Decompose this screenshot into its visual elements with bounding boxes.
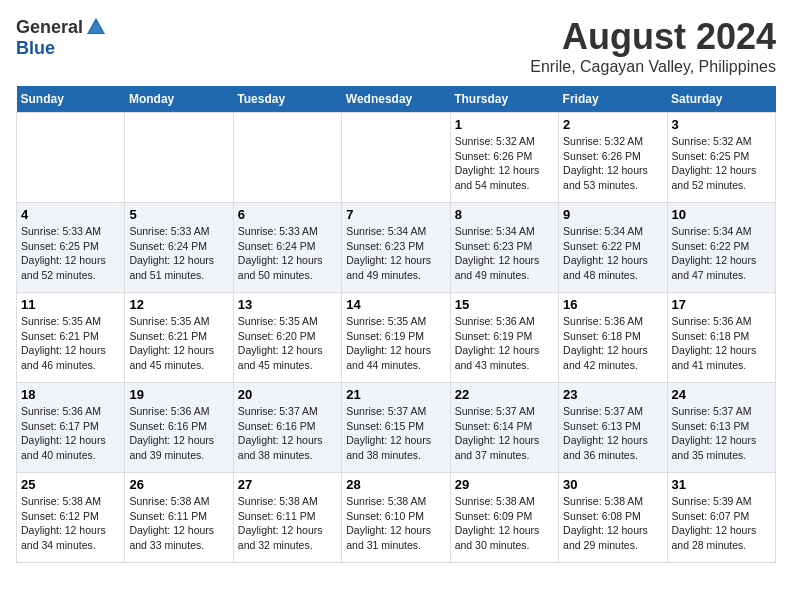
week-row-2: 4Sunrise: 5:33 AM Sunset: 6:25 PM Daylig… <box>17 203 776 293</box>
week-row-3: 11Sunrise: 5:35 AM Sunset: 6:21 PM Dayli… <box>17 293 776 383</box>
calendar-cell: 17Sunrise: 5:36 AM Sunset: 6:18 PM Dayli… <box>667 293 775 383</box>
day-number: 13 <box>238 297 337 312</box>
calendar-cell: 21Sunrise: 5:37 AM Sunset: 6:15 PM Dayli… <box>342 383 450 473</box>
calendar-cell <box>233 113 341 203</box>
calendar-cell: 27Sunrise: 5:38 AM Sunset: 6:11 PM Dayli… <box>233 473 341 563</box>
logo-general-text: General <box>16 17 83 38</box>
day-info: Sunrise: 5:35 AM Sunset: 6:21 PM Dayligh… <box>129 314 228 373</box>
day-info: Sunrise: 5:38 AM Sunset: 6:09 PM Dayligh… <box>455 494 554 553</box>
day-info: Sunrise: 5:36 AM Sunset: 6:17 PM Dayligh… <box>21 404 120 463</box>
day-info: Sunrise: 5:33 AM Sunset: 6:24 PM Dayligh… <box>238 224 337 283</box>
day-info: Sunrise: 5:32 AM Sunset: 6:26 PM Dayligh… <box>455 134 554 193</box>
day-number: 14 <box>346 297 445 312</box>
calendar-cell: 30Sunrise: 5:38 AM Sunset: 6:08 PM Dayli… <box>559 473 667 563</box>
calendar-cell: 14Sunrise: 5:35 AM Sunset: 6:19 PM Dayli… <box>342 293 450 383</box>
day-number: 4 <box>21 207 120 222</box>
day-info: Sunrise: 5:37 AM Sunset: 6:15 PM Dayligh… <box>346 404 445 463</box>
day-header-tuesday: Tuesday <box>233 86 341 113</box>
week-row-1: 1Sunrise: 5:32 AM Sunset: 6:26 PM Daylig… <box>17 113 776 203</box>
calendar-cell: 13Sunrise: 5:35 AM Sunset: 6:20 PM Dayli… <box>233 293 341 383</box>
day-info: Sunrise: 5:34 AM Sunset: 6:22 PM Dayligh… <box>563 224 662 283</box>
day-number: 20 <box>238 387 337 402</box>
day-info: Sunrise: 5:39 AM Sunset: 6:07 PM Dayligh… <box>672 494 771 553</box>
calendar-cell: 7Sunrise: 5:34 AM Sunset: 6:23 PM Daylig… <box>342 203 450 293</box>
day-info: Sunrise: 5:34 AM Sunset: 6:23 PM Dayligh… <box>455 224 554 283</box>
day-number: 16 <box>563 297 662 312</box>
day-number: 19 <box>129 387 228 402</box>
calendar-cell: 22Sunrise: 5:37 AM Sunset: 6:14 PM Dayli… <box>450 383 558 473</box>
day-number: 2 <box>563 117 662 132</box>
calendar-cell: 31Sunrise: 5:39 AM Sunset: 6:07 PM Dayli… <box>667 473 775 563</box>
day-number: 29 <box>455 477 554 492</box>
day-header-monday: Monday <box>125 86 233 113</box>
week-row-5: 25Sunrise: 5:38 AM Sunset: 6:12 PM Dayli… <box>17 473 776 563</box>
calendar-header: SundayMondayTuesdayWednesdayThursdayFrid… <box>17 86 776 113</box>
day-info: Sunrise: 5:37 AM Sunset: 6:16 PM Dayligh… <box>238 404 337 463</box>
logo: General Blue <box>16 16 107 59</box>
day-info: Sunrise: 5:32 AM Sunset: 6:26 PM Dayligh… <box>563 134 662 193</box>
day-number: 26 <box>129 477 228 492</box>
logo-blue-text: Blue <box>16 38 55 59</box>
calendar-cell: 19Sunrise: 5:36 AM Sunset: 6:16 PM Dayli… <box>125 383 233 473</box>
calendar-cell: 11Sunrise: 5:35 AM Sunset: 6:21 PM Dayli… <box>17 293 125 383</box>
day-number: 27 <box>238 477 337 492</box>
day-number: 22 <box>455 387 554 402</box>
title-area: August 2024 Enrile, Cagayan Valley, Phil… <box>530 16 776 76</box>
day-number: 28 <box>346 477 445 492</box>
page-title: August 2024 <box>530 16 776 58</box>
day-info: Sunrise: 5:38 AM Sunset: 6:11 PM Dayligh… <box>129 494 228 553</box>
day-info: Sunrise: 5:38 AM Sunset: 6:10 PM Dayligh… <box>346 494 445 553</box>
day-info: Sunrise: 5:38 AM Sunset: 6:11 PM Dayligh… <box>238 494 337 553</box>
calendar-cell: 23Sunrise: 5:37 AM Sunset: 6:13 PM Dayli… <box>559 383 667 473</box>
day-info: Sunrise: 5:36 AM Sunset: 6:18 PM Dayligh… <box>563 314 662 373</box>
calendar-cell: 25Sunrise: 5:38 AM Sunset: 6:12 PM Dayli… <box>17 473 125 563</box>
calendar-cell: 4Sunrise: 5:33 AM Sunset: 6:25 PM Daylig… <box>17 203 125 293</box>
day-number: 23 <box>563 387 662 402</box>
calendar-cell <box>125 113 233 203</box>
days-header-row: SundayMondayTuesdayWednesdayThursdayFrid… <box>17 86 776 113</box>
calendar-cell: 24Sunrise: 5:37 AM Sunset: 6:13 PM Dayli… <box>667 383 775 473</box>
calendar-cell: 1Sunrise: 5:32 AM Sunset: 6:26 PM Daylig… <box>450 113 558 203</box>
calendar-cell <box>342 113 450 203</box>
day-number: 7 <box>346 207 445 222</box>
calendar-cell: 8Sunrise: 5:34 AM Sunset: 6:23 PM Daylig… <box>450 203 558 293</box>
calendar-cell: 20Sunrise: 5:37 AM Sunset: 6:16 PM Dayli… <box>233 383 341 473</box>
day-info: Sunrise: 5:37 AM Sunset: 6:13 PM Dayligh… <box>672 404 771 463</box>
calendar-cell: 26Sunrise: 5:38 AM Sunset: 6:11 PM Dayli… <box>125 473 233 563</box>
day-number: 17 <box>672 297 771 312</box>
calendar-table: SundayMondayTuesdayWednesdayThursdayFrid… <box>16 86 776 563</box>
day-info: Sunrise: 5:38 AM Sunset: 6:08 PM Dayligh… <box>563 494 662 553</box>
day-info: Sunrise: 5:36 AM Sunset: 6:18 PM Dayligh… <box>672 314 771 373</box>
calendar-cell: 16Sunrise: 5:36 AM Sunset: 6:18 PM Dayli… <box>559 293 667 383</box>
calendar-body: 1Sunrise: 5:32 AM Sunset: 6:26 PM Daylig… <box>17 113 776 563</box>
day-header-sunday: Sunday <box>17 86 125 113</box>
logo-icon <box>85 16 107 38</box>
day-info: Sunrise: 5:33 AM Sunset: 6:25 PM Dayligh… <box>21 224 120 283</box>
day-info: Sunrise: 5:36 AM Sunset: 6:19 PM Dayligh… <box>455 314 554 373</box>
day-number: 8 <box>455 207 554 222</box>
day-info: Sunrise: 5:33 AM Sunset: 6:24 PM Dayligh… <box>129 224 228 283</box>
day-number: 3 <box>672 117 771 132</box>
day-number: 15 <box>455 297 554 312</box>
header: General Blue August 2024 Enrile, Cagayan… <box>16 16 776 76</box>
day-info: Sunrise: 5:34 AM Sunset: 6:23 PM Dayligh… <box>346 224 445 283</box>
day-header-wednesday: Wednesday <box>342 86 450 113</box>
day-info: Sunrise: 5:38 AM Sunset: 6:12 PM Dayligh… <box>21 494 120 553</box>
calendar-cell: 15Sunrise: 5:36 AM Sunset: 6:19 PM Dayli… <box>450 293 558 383</box>
day-number: 10 <box>672 207 771 222</box>
day-number: 12 <box>129 297 228 312</box>
page-subtitle: Enrile, Cagayan Valley, Philippines <box>530 58 776 76</box>
day-number: 11 <box>21 297 120 312</box>
day-number: 1 <box>455 117 554 132</box>
calendar-cell: 9Sunrise: 5:34 AM Sunset: 6:22 PM Daylig… <box>559 203 667 293</box>
day-number: 24 <box>672 387 771 402</box>
calendar-cell: 5Sunrise: 5:33 AM Sunset: 6:24 PM Daylig… <box>125 203 233 293</box>
day-info: Sunrise: 5:35 AM Sunset: 6:20 PM Dayligh… <box>238 314 337 373</box>
calendar-cell: 10Sunrise: 5:34 AM Sunset: 6:22 PM Dayli… <box>667 203 775 293</box>
day-number: 5 <box>129 207 228 222</box>
day-info: Sunrise: 5:36 AM Sunset: 6:16 PM Dayligh… <box>129 404 228 463</box>
day-number: 21 <box>346 387 445 402</box>
calendar-cell: 3Sunrise: 5:32 AM Sunset: 6:25 PM Daylig… <box>667 113 775 203</box>
day-info: Sunrise: 5:37 AM Sunset: 6:13 PM Dayligh… <box>563 404 662 463</box>
day-number: 9 <box>563 207 662 222</box>
